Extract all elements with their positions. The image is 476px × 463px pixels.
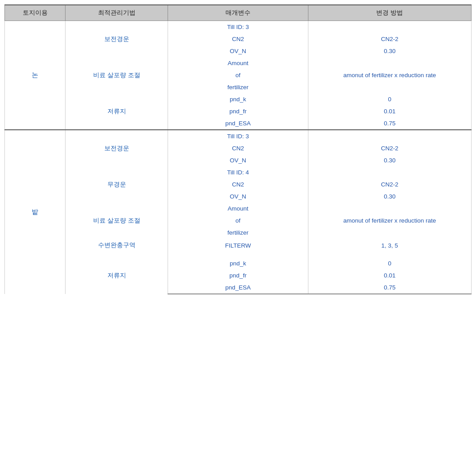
param-cell: pnd_fr (168, 269, 308, 281)
land-non: 논 (5, 21, 66, 130)
param-cell: OV_N (168, 190, 308, 203)
mgmt-reservoir1: 저류지 (66, 93, 168, 130)
table-row: 비료 살포량 조절 Amount amonut of fertilizer x … (5, 203, 472, 215)
param-cell: pnd_k (168, 257, 308, 269)
table-row: 논 보전경운 Till ID: 3 (5, 21, 472, 33)
change-cell (308, 166, 471, 178)
mgmt-bojeon1: 보전경운 (66, 21, 168, 58)
change-cell: 0.01 (308, 105, 471, 117)
main-table: 토지이용 최적관리기법 매개변수 변경 방법 논 보전경운 Till ID: 3… (4, 4, 472, 294)
param-cell: FILTERW (168, 239, 308, 252)
param-cell: pnd_k (168, 93, 308, 105)
change-cell: amonut of fertilizer x reduction rate (308, 57, 471, 93)
change-cell: CN2-2 (308, 142, 471, 154)
param-cell: Amount (168, 57, 308, 69)
header-change: 변경 방법 (308, 5, 471, 21)
table-row: 저류지 pnd_k 0 (5, 257, 472, 269)
mgmt-fertilizer2: 비료 살포량 조절 (66, 203, 168, 239)
change-cell (308, 21, 471, 33)
spacer-cell (308, 252, 471, 257)
param-cell: pnd_fr (168, 105, 308, 117)
table-row: 저류지 pnd_k 0 (5, 93, 472, 105)
change-cell: 0 (308, 257, 471, 269)
param-cell: of (168, 69, 308, 81)
change-cell: 0.75 (308, 117, 471, 130)
change-cell: 0.30 (308, 45, 471, 57)
spacer-cell (66, 252, 168, 257)
change-cell: CN2-2 (308, 178, 471, 190)
table-row (5, 252, 472, 257)
mgmt-reservoir2: 저류지 (66, 257, 168, 294)
change-cell: CN2-2 (308, 33, 471, 45)
param-cell: Amount (168, 203, 308, 215)
table-row: 밭 보전경운 Till ID: 3 (5, 130, 472, 142)
table-row: 비료 살포량 조절 Amount amonut of fertilizer x … (5, 57, 472, 69)
param-cell: OV_N (168, 45, 308, 57)
mgmt-bojeon2: 보전경운 (66, 130, 168, 166)
spacer-cell (168, 252, 308, 257)
param-cell: Till ID: 4 (168, 166, 308, 178)
land-bat: 밭 (5, 130, 66, 294)
change-cell: 1, 3, 5 (308, 239, 471, 252)
param-cell: Till ID: 3 (168, 21, 308, 33)
change-cell: 0 (308, 93, 471, 105)
param-cell: of (168, 215, 308, 227)
param-cell: fertilizer (168, 227, 308, 239)
param-cell: pnd_ESA (168, 117, 308, 130)
param-cell: CN2 (168, 33, 308, 45)
mgmt-mugyeong: 무경운 (66, 166, 168, 203)
table-row: 수변완충구역 FILTERW 1, 3, 5 (5, 239, 472, 252)
header-mgmt: 최적관리기법 (66, 5, 168, 21)
header-land: 토지이용 (5, 5, 66, 21)
change-cell: 0.01 (308, 269, 471, 281)
change-cell: amonut of fertilizer x reduction rate (308, 203, 471, 239)
header-param: 매개변수 (168, 5, 308, 21)
change-cell: 0.30 (308, 154, 471, 166)
mgmt-fertilizer1: 비료 살포량 조절 (66, 57, 168, 93)
table-row: 무경운 Till ID: 4 (5, 166, 472, 178)
change-cell: 0.75 (308, 281, 471, 294)
change-cell (308, 130, 471, 142)
param-cell: pnd_ESA (168, 281, 308, 294)
change-cell: 0.30 (308, 190, 471, 203)
param-cell: CN2 (168, 142, 308, 154)
mgmt-buffer: 수변완충구역 (66, 239, 168, 252)
param-cell: OV_N (168, 154, 308, 166)
param-cell: Till ID: 3 (168, 130, 308, 142)
table-header-row: 토지이용 최적관리기법 매개변수 변경 방법 (5, 5, 472, 21)
param-cell: CN2 (168, 178, 308, 190)
param-cell: fertilizer (168, 81, 308, 93)
